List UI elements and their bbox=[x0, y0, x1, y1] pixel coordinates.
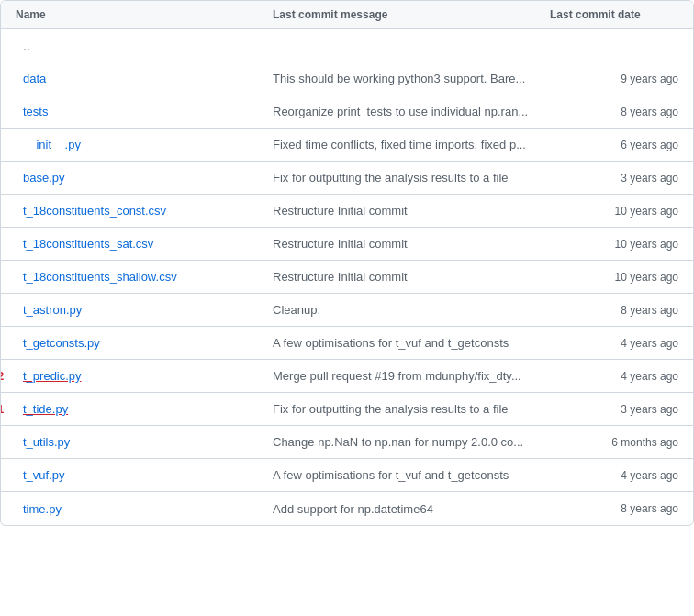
commit-date: 10 years ago bbox=[550, 205, 678, 218]
name-cell: 1 t_tide.py bbox=[16, 402, 273, 416]
name-cell: time.py bbox=[16, 502, 273, 516]
file-table: Name Last commit message Last commit dat… bbox=[0, 0, 694, 526]
commit-date: 4 years ago bbox=[550, 469, 678, 482]
commit-message-link[interactable]: Merge pull request #19 from mdunphy/fix_… bbox=[273, 369, 521, 383]
table-row: testsReorganize print_tests to use indiv… bbox=[1, 95, 693, 129]
file-name-link[interactable]: t_utils.py bbox=[23, 435, 70, 449]
row-marker: 2 bbox=[0, 369, 4, 383]
commit-date: 6 months ago bbox=[550, 436, 678, 449]
name-cell: t_18constituents_sat.csv bbox=[16, 237, 273, 251]
commit-message-link[interactable]: Restructure Initial commit bbox=[273, 237, 408, 251]
name-cell: __init__.py bbox=[16, 138, 273, 151]
table-row: 1 t_tide.pyFix for outputting the analys… bbox=[1, 393, 693, 426]
table-body: .. dataThis should be working python3 su… bbox=[1, 29, 693, 525]
table-row: base.pyFix for outputting the analysis r… bbox=[1, 162, 693, 195]
table-row: __init__.pyFixed time conflicts, fixed t… bbox=[1, 129, 693, 162]
commit-message: Restructure Initial commit bbox=[273, 270, 550, 284]
file-name-link[interactable]: .. bbox=[23, 39, 30, 53]
name-cell: t_18constituents_const.csv bbox=[16, 204, 273, 218]
table-row: t_utils.pyChange np.NaN to np.nan for nu… bbox=[1, 426, 693, 459]
file-name-link[interactable]: time.py bbox=[23, 502, 62, 516]
table-row: t_18constituents_shallow.csvRestructure … bbox=[1, 261, 693, 294]
file-name-link[interactable]: t_tide.py bbox=[23, 402, 68, 416]
table-row: t_18constituents_sat.csvRestructure Init… bbox=[1, 228, 693, 261]
name-cell: t_utils.py bbox=[16, 435, 273, 449]
table-row: t_18constituents_const.csvRestructure In… bbox=[1, 195, 693, 228]
commit-message-link[interactable]: Cleanup. bbox=[273, 303, 320, 317]
commit-message: Fix for outputting the analysis results … bbox=[273, 171, 550, 185]
commit-message: This should be working python3 support. … bbox=[273, 72, 550, 85]
commit-message-link[interactable]: Restructure Initial commit bbox=[273, 204, 408, 218]
commit-date: 8 years ago bbox=[550, 502, 678, 515]
header-commit-message: Last commit message bbox=[273, 8, 550, 21]
file-name-link[interactable]: data bbox=[23, 72, 46, 85]
table-row: t_getconsts.pyA few optimisations for t_… bbox=[1, 327, 693, 360]
name-cell: t_getconsts.py bbox=[16, 336, 273, 350]
commit-message: Merge pull request #19 from mdunphy/fix_… bbox=[273, 369, 550, 383]
commit-message: Fixed time conflicts, fixed time imports… bbox=[273, 138, 550, 151]
file-name-link[interactable]: tests bbox=[23, 105, 48, 118]
file-name-link[interactable]: t_vuf.py bbox=[23, 468, 65, 482]
file-name-link[interactable]: t_predic.py bbox=[23, 369, 82, 383]
row-marker: 1 bbox=[0, 402, 4, 416]
commit-date: 3 years ago bbox=[550, 403, 678, 416]
name-cell: t_astron.py bbox=[16, 303, 273, 317]
commit-message: Reorganize print_tests to use individual… bbox=[273, 105, 550, 118]
file-name-link[interactable]: t_getconsts.py bbox=[23, 336, 100, 350]
commit-date: 3 years ago bbox=[550, 172, 678, 185]
file-name-link[interactable]: t_18constituents_sat.csv bbox=[23, 237, 153, 251]
table-row: time.pyAdd support for np.datetime648 ye… bbox=[1, 492, 693, 525]
commit-date: 9 years ago bbox=[550, 73, 678, 85]
commit-message-link[interactable]: Reorganize print_tests to use individual… bbox=[273, 105, 528, 118]
commit-message: Add support for np.datetime64 bbox=[273, 502, 550, 516]
file-name-link[interactable]: t_18constituents_const.csv bbox=[23, 204, 166, 218]
file-name-link[interactable]: __init__.py bbox=[23, 138, 81, 151]
commit-message-link[interactable]: Fixed time conflicts, fixed time imports… bbox=[273, 138, 526, 151]
commit-message-link[interactable]: This should be working python3 support. … bbox=[273, 72, 525, 85]
file-name-link[interactable]: t_astron.py bbox=[23, 303, 82, 317]
commit-message: Cleanup. bbox=[273, 303, 550, 317]
commit-message-link[interactable]: Fix for outputting the analysis results … bbox=[273, 402, 509, 416]
table-row: t_vuf.pyA few optimisations for t_vuf an… bbox=[1, 459, 693, 492]
commit-date: 4 years ago bbox=[550, 337, 678, 350]
commit-date: 8 years ago bbox=[550, 304, 678, 317]
commit-message: Change np.NaN to np.nan for numpy 2.0.0 … bbox=[273, 435, 550, 449]
table-row: t_astron.pyCleanup.8 years ago bbox=[1, 294, 693, 327]
table-row: 2 t_predic.pyMerge pull request #19 from… bbox=[1, 360, 693, 393]
commit-message: A few optimisations for t_vuf and t_getc… bbox=[273, 468, 550, 482]
name-cell: .. bbox=[16, 39, 273, 53]
commit-message: A few optimisations for t_vuf and t_getc… bbox=[273, 336, 550, 350]
commit-message: Restructure Initial commit bbox=[273, 237, 550, 251]
table-row: .. bbox=[1, 29, 693, 62]
commit-date: 10 years ago bbox=[550, 238, 678, 251]
commit-date: 8 years ago bbox=[550, 106, 678, 118]
commit-message-link[interactable]: Change np.NaN to np.nan for numpy 2.0.0 … bbox=[273, 435, 523, 449]
name-cell: base.py bbox=[16, 171, 273, 185]
name-cell: t_18constituents_shallow.csv bbox=[16, 270, 273, 284]
name-cell: data bbox=[16, 72, 273, 85]
commit-message-link[interactable]: Restructure Initial commit bbox=[273, 270, 408, 284]
file-name-link[interactable]: base.py bbox=[23, 171, 65, 185]
name-cell: tests bbox=[16, 105, 273, 118]
commit-date: 10 years ago bbox=[550, 271, 678, 284]
table-row: dataThis should be working python3 suppo… bbox=[1, 62, 693, 95]
commit-message-link[interactable]: A few optimisations for t_vuf and t_getc… bbox=[273, 336, 509, 350]
commit-message: Fix for outputting the analysis results … bbox=[273, 402, 550, 416]
commit-message: Restructure Initial commit bbox=[273, 204, 550, 218]
commit-date: 4 years ago bbox=[550, 370, 678, 383]
commit-message-link[interactable]: A few optimisations for t_vuf and t_getc… bbox=[273, 468, 509, 482]
name-cell: t_vuf.py bbox=[16, 468, 273, 482]
header-commit-date: Last commit date bbox=[550, 8, 678, 21]
name-cell: 2 t_predic.py bbox=[16, 369, 273, 383]
commit-date: 6 years ago bbox=[550, 139, 678, 151]
commit-message-link[interactable]: Add support for np.datetime64 bbox=[273, 502, 433, 516]
header-name: Name bbox=[16, 8, 273, 21]
table-header: Name Last commit message Last commit dat… bbox=[1, 1, 693, 29]
commit-message-link[interactable]: Fix for outputting the analysis results … bbox=[273, 171, 509, 185]
file-name-link[interactable]: t_18constituents_shallow.csv bbox=[23, 270, 177, 284]
